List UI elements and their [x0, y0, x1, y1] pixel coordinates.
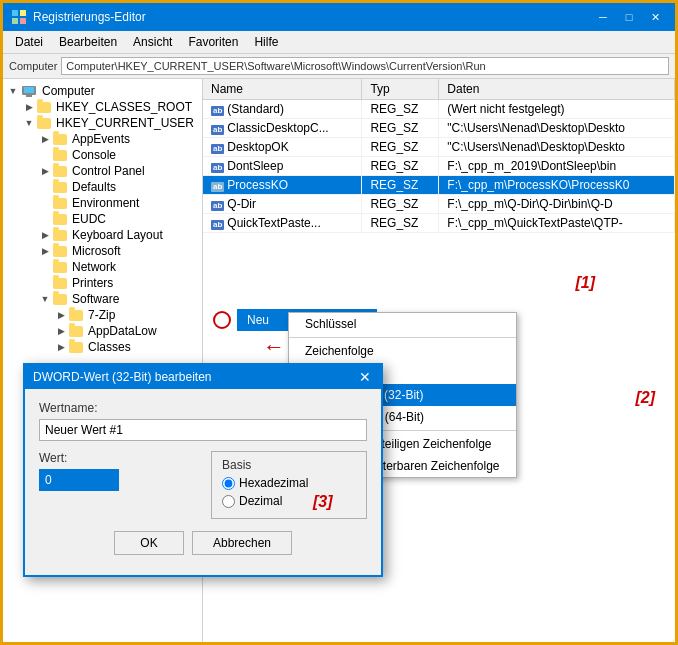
- svg-rect-2: [12, 18, 18, 24]
- label-2: [2]: [635, 389, 655, 406]
- tree-label-computer: Computer: [40, 84, 95, 98]
- radio-dec-input[interactable]: [222, 495, 235, 508]
- radio-hexadezimal[interactable]: Hexadezimal: [222, 476, 356, 490]
- tree-item-environment[interactable]: ▶ Environment: [3, 195, 202, 211]
- table-row[interactable]: abClassicDesktopC... REG_SZ "C:\Users\Ne…: [203, 119, 675, 138]
- reg-name: abDesktopOK: [203, 138, 362, 157]
- tree-item-network[interactable]: ▶ Network: [3, 259, 202, 275]
- radio-hex-input[interactable]: [222, 477, 235, 490]
- tree-item-defaults[interactable]: ▶ Defaults: [3, 179, 202, 195]
- label-1: [1]: [575, 274, 595, 291]
- svg-rect-0: [12, 10, 18, 16]
- ab-icon: ab: [211, 125, 224, 135]
- menu-bar: Datei Bearbeiten Ansicht Favoriten Hilfe: [3, 31, 675, 54]
- table-row-selected[interactable]: abProcessKO REG_SZ F:\_cpp_m\ProcessKO\P…: [203, 176, 675, 195]
- reg-name: abClassicDesktopC...: [203, 119, 362, 138]
- tree-label-7zip: 7-Zip: [86, 308, 115, 322]
- close-button[interactable]: ✕: [643, 7, 667, 27]
- address-path[interactable]: Computer\HKEY_CURRENT_USER\Software\Micr…: [61, 57, 669, 75]
- registry-table: Name Typ Daten ab(Standard) REG_SZ (Wert…: [203, 79, 675, 233]
- svg-rect-3: [20, 18, 26, 24]
- address-label: Computer: [9, 60, 57, 72]
- tree-toggle: ▶: [53, 342, 69, 352]
- tree-item-eudc[interactable]: ▶ EUDC: [3, 211, 202, 227]
- folder-icon: [53, 294, 67, 305]
- tree-item-classes[interactable]: ▶ Classes: [3, 339, 202, 355]
- wert-input[interactable]: [39, 469, 119, 491]
- tree-item-hkcr[interactable]: ▶ HKEY_CLASSES_ROOT: [3, 99, 202, 115]
- table-row[interactable]: abQ-Dir REG_SZ F:\_cpp_m\Q-Dir\Q-Dir\bin…: [203, 195, 675, 214]
- table-row[interactable]: abQuickTextPaste... REG_SZ F:\_cpp_m\Qui…: [203, 214, 675, 233]
- submenu-schluessel[interactable]: Schlüssel: [289, 313, 516, 335]
- tree-item-computer[interactable]: ▼ Computer: [3, 83, 202, 99]
- folder-icon: [53, 166, 67, 177]
- tree-item-appevents[interactable]: ▶ AppEvents: [3, 131, 202, 147]
- folder-icon: [69, 310, 83, 321]
- main-window: Registrierungs-Editor ─ □ ✕ Datei Bearbe…: [0, 0, 678, 645]
- folder-icon: [53, 134, 67, 145]
- tree-item-controlpanel[interactable]: ▶ Control Panel: [3, 163, 202, 179]
- tree-item-7zip[interactable]: ▶ 7-Zip: [3, 307, 202, 323]
- ab-icon: ab: [211, 106, 224, 116]
- tree-toggle: ▶: [37, 166, 53, 176]
- ab-icon: ab: [211, 144, 224, 154]
- ab-icon: ab: [211, 201, 224, 211]
- maximize-button[interactable]: □: [617, 7, 641, 27]
- dialog-title-bar: DWORD-Wert (32-Bit) bearbeiten ✕: [25, 365, 381, 389]
- dialog-buttons: OK Abbrechen: [39, 531, 367, 563]
- table-row[interactable]: ab(Standard) REG_SZ (Wert nicht festgele…: [203, 100, 675, 119]
- annotation-2: [2]: [635, 389, 655, 407]
- window-controls: ─ □ ✕: [591, 7, 667, 27]
- reg-type: REG_SZ: [362, 100, 439, 119]
- radio-dezimal[interactable]: Dezimal: [222, 494, 356, 508]
- tree-label-console: Console: [70, 148, 116, 162]
- reg-data: F:\_cpp_m\QuickTextPaste\QTP-: [439, 214, 675, 233]
- folder-icon: [53, 262, 67, 273]
- tree-toggle: ▶: [37, 134, 53, 144]
- reg-type: REG_SZ: [362, 119, 439, 138]
- ok-button[interactable]: OK: [114, 531, 184, 555]
- tree-label-environment: Environment: [70, 196, 139, 210]
- tree-item-printers[interactable]: ▶ Printers: [3, 275, 202, 291]
- dialog-title-text: DWORD-Wert (32-Bit) bearbeiten: [33, 370, 212, 384]
- reg-name: abDontSleep: [203, 157, 362, 176]
- submenu-zeichenfolge[interactable]: Zeichenfolge: [289, 340, 516, 362]
- folder-icon: [53, 230, 67, 241]
- tree-item-console[interactable]: ▶ Console: [3, 147, 202, 163]
- tree-item-appdatalow[interactable]: ▶ AppDataLow: [3, 323, 202, 339]
- svg-rect-6: [26, 95, 32, 97]
- reg-type: REG_SZ: [362, 214, 439, 233]
- tree-label-keyboard-layout: Keyboard Layout: [70, 228, 163, 242]
- dialog-close-button[interactable]: ✕: [357, 369, 373, 385]
- table-row[interactable]: abDontSleep REG_SZ F:\_cpp_m_2019\DontSl…: [203, 157, 675, 176]
- tree-toggle: ▶: [53, 326, 69, 336]
- ab-icon: ab: [211, 220, 224, 230]
- neu-label: Neu: [247, 313, 269, 327]
- menu-datei[interactable]: Datei: [7, 33, 51, 51]
- menu-bearbeiten[interactable]: Bearbeiten: [51, 33, 125, 51]
- circle-indicator: [213, 311, 231, 329]
- tree-item-hkcu[interactable]: ▼ HKEY_CURRENT_USER: [3, 115, 202, 131]
- reg-type: REG_SZ: [362, 138, 439, 157]
- tree-item-software[interactable]: ▼ Software: [3, 291, 202, 307]
- reg-name: abQuickTextPaste...: [203, 214, 362, 233]
- tree-toggle: ▶: [53, 310, 69, 320]
- tree-label-hkcr: HKEY_CLASSES_ROOT: [54, 100, 192, 114]
- menu-hilfe[interactable]: Hilfe: [246, 33, 286, 51]
- folder-icon: [69, 342, 83, 353]
- tree-label-software: Software: [70, 292, 119, 306]
- abbrechen-button[interactable]: Abbrechen: [192, 531, 292, 555]
- tree-label-network: Network: [70, 260, 116, 274]
- tree-item-keyboard-layout[interactable]: ▶ Keyboard Layout: [3, 227, 202, 243]
- table-row[interactable]: abDesktopOK REG_SZ "C:\Users\Nenad\Deskt…: [203, 138, 675, 157]
- title-bar: Registrierungs-Editor ─ □ ✕: [3, 3, 675, 31]
- arrow-left: ←: [263, 334, 285, 360]
- dialog-col-basis: Basis Hexadezimal Dezimal: [211, 451, 367, 519]
- basis-label: Basis: [222, 458, 356, 472]
- menu-ansicht[interactable]: Ansicht: [125, 33, 180, 51]
- minimize-button[interactable]: ─: [591, 7, 615, 27]
- wertname-input[interactable]: [39, 419, 367, 441]
- reg-data: (Wert nicht festgelegt): [439, 100, 675, 119]
- tree-item-microsoft[interactable]: ▶ Microsoft: [3, 243, 202, 259]
- menu-favoriten[interactable]: Favoriten: [180, 33, 246, 51]
